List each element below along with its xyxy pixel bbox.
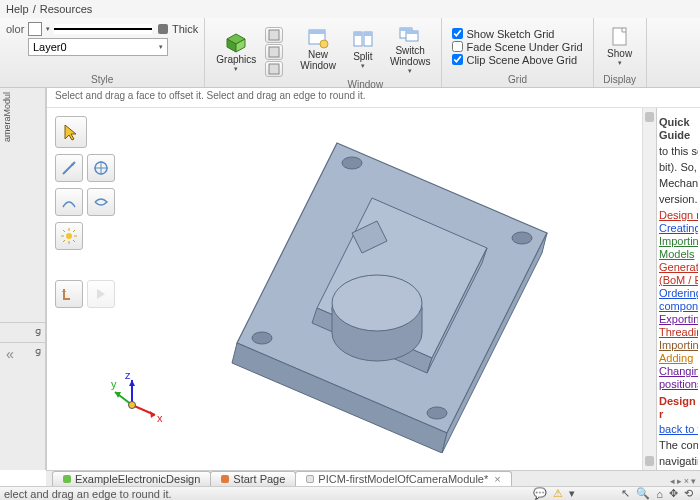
show-sketch-grid-input[interactable]: [452, 28, 463, 39]
svg-point-54: [129, 402, 136, 409]
line-weight-slider[interactable]: [54, 24, 168, 34]
status-warning-icon[interactable]: ⚠: [553, 487, 563, 500]
left-panel-section-1[interactable]: ɡ: [0, 322, 45, 340]
guide-text: Mechanic: [659, 177, 698, 190]
status-cursor-icon[interactable]: ↖: [621, 487, 630, 500]
home-icon: [221, 475, 229, 483]
guide-link-bom[interactable]: (BoM / E: [659, 274, 698, 287]
svg-rect-3: [269, 30, 279, 40]
guide-link-changing[interactable]: Changing: [659, 365, 698, 378]
status-message-icon[interactable]: 💬: [533, 487, 547, 500]
guide-link-ordering[interactable]: Ordering: [659, 287, 698, 300]
small-ribbon-btn-1[interactable]: [265, 27, 283, 43]
tab-example-design[interactable]: ExampleElectronicDesign: [52, 471, 211, 486]
svg-point-44: [342, 157, 362, 169]
clip-above-grid-input[interactable]: [452, 54, 463, 65]
tab-label: Start Page: [233, 473, 285, 485]
graphics-button[interactable]: Graphics ▾: [211, 29, 261, 76]
guide-text: bit). So,: [659, 161, 698, 174]
guide-link-design[interactable]: Design r: [659, 209, 698, 222]
fade-under-grid-check[interactable]: Fade Scene Under Grid: [452, 41, 582, 53]
layer-select[interactable]: Layer0 ▾: [28, 38, 168, 56]
guide-link-import2[interactable]: Importin: [659, 339, 698, 352]
scroll-up-icon[interactable]: [645, 112, 654, 122]
toolbox: [55, 116, 115, 308]
svg-rect-17: [613, 28, 626, 45]
show-sketch-grid-check[interactable]: Show Sketch Grid: [452, 28, 582, 40]
select-tool[interactable]: [55, 116, 87, 148]
model-render: [177, 113, 607, 453]
tab-start-page[interactable]: Start Page: [210, 471, 296, 486]
color-dropdown-icon[interactable]: ▾: [46, 25, 50, 33]
guide-link-importing[interactable]: Importin: [659, 235, 698, 248]
fade-under-grid-input[interactable]: [452, 41, 463, 52]
close-tab-icon[interactable]: ×: [494, 473, 500, 485]
status-home-icon[interactable]: ⌂: [656, 488, 663, 500]
vertical-scrollbar[interactable]: [642, 108, 656, 470]
switch-windows-button[interactable]: Switch Windows ▾: [385, 20, 436, 78]
svg-rect-5: [269, 64, 279, 74]
guide-text: The conti: [659, 439, 698, 452]
svg-line-32: [73, 230, 75, 232]
scroll-down-icon[interactable]: [645, 456, 654, 466]
guide-link-thread[interactable]: Threadin: [659, 326, 698, 339]
guide-link-export[interactable]: Exportin: [659, 313, 698, 326]
color-label: olor: [6, 23, 24, 35]
status-dropdown-icon[interactable]: ▾: [569, 487, 575, 500]
guide-heading-2: Design r: [659, 395, 698, 421]
ribbon-group-display: Display: [600, 73, 640, 87]
pull-tool[interactable]: [55, 154, 83, 182]
guide-link-model[interactable]: Models: [659, 248, 698, 261]
switch-windows-icon: [399, 23, 421, 45]
next-tool[interactable]: [87, 280, 115, 308]
guide-link-creating[interactable]: Creating: [659, 222, 698, 235]
collapse-icon[interactable]: «: [6, 346, 14, 362]
svg-point-45: [512, 232, 532, 244]
svg-line-29: [63, 230, 65, 232]
tab-picm-model[interactable]: PICM-firstModelOfCameraModule* ×: [295, 471, 511, 486]
guide-text: to this so: [659, 145, 698, 158]
new-window-label: New Window: [300, 49, 336, 71]
status-pan-icon[interactable]: ✥: [669, 487, 678, 500]
combine-tool[interactable]: [87, 188, 115, 216]
small-ribbon-btn-3[interactable]: [265, 61, 283, 77]
show-sketch-grid-label: Show Sketch Grid: [466, 28, 554, 40]
guide-link-compon[interactable]: compon: [659, 300, 698, 313]
thick-label: Thick: [172, 23, 198, 35]
small-ribbon-btn-2[interactable]: [265, 44, 283, 60]
status-spin-icon[interactable]: ⟲: [684, 487, 693, 500]
menu-resources[interactable]: Resources: [40, 3, 93, 15]
guide-back-top[interactable]: back to t: [659, 423, 698, 436]
move-tool[interactable]: [87, 154, 115, 182]
guide-link-adding[interactable]: Adding: [659, 352, 698, 365]
svg-text:z: z: [125, 370, 131, 381]
status-zoom-icon[interactable]: 🔍: [636, 487, 650, 500]
guide-link-generate[interactable]: Generat: [659, 261, 698, 274]
color-swatch[interactable]: [28, 22, 42, 36]
light-tool[interactable]: [55, 222, 83, 250]
document-icon: [609, 26, 631, 48]
show-display-button[interactable]: Show ▾: [600, 23, 640, 70]
tab-label: ExampleElectronicDesign: [75, 473, 200, 485]
ribbon: olor ▾ Thick Layer0 ▾ Style: [0, 18, 700, 88]
tab-next-icon[interactable]: ▸: [677, 476, 682, 486]
svg-rect-12: [364, 32, 372, 36]
viewport: Select and drag a face to offset it. Sel…: [46, 88, 700, 470]
quick-guide-title: Quick Guide: [659, 116, 698, 142]
chevron-down-icon: ▾: [408, 67, 412, 75]
switch-windows-label: Switch Windows: [390, 45, 431, 67]
doc-icon: [306, 475, 314, 483]
prev-tool[interactable]: [55, 280, 83, 308]
svg-text:y: y: [111, 378, 117, 390]
clip-above-grid-check[interactable]: Clip Scene Above Grid: [452, 54, 582, 66]
menu-help[interactable]: Help: [6, 3, 29, 15]
fill-tool[interactable]: [55, 188, 83, 216]
tab-menu-icon[interactable]: ▾: [691, 476, 696, 486]
tab-close-all-icon[interactable]: ×: [684, 476, 689, 486]
model-canvas[interactable]: x y z: [47, 108, 642, 470]
split-button[interactable]: Split ▾: [343, 26, 383, 73]
new-window-button[interactable]: New Window: [295, 24, 341, 74]
guide-link-positions[interactable]: positions: [659, 378, 698, 391]
view-triad[interactable]: x y z: [107, 370, 167, 430]
tab-prev-icon[interactable]: ◂: [670, 476, 675, 486]
